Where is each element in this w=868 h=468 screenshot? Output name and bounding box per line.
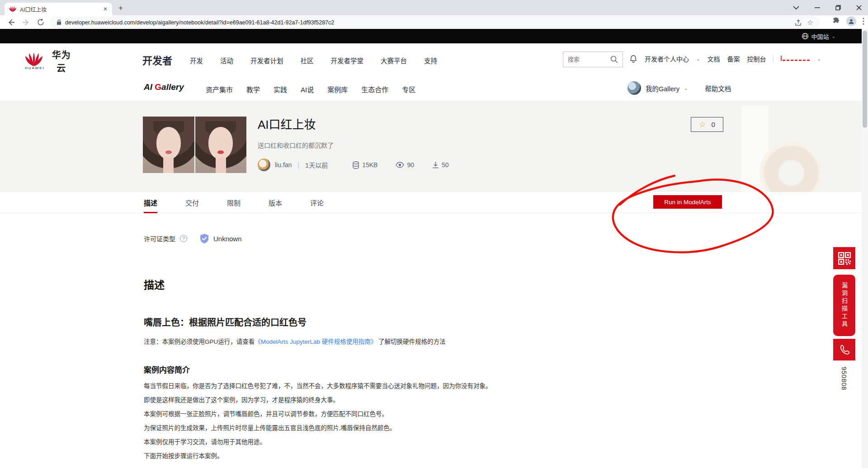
header-search[interactable] [563, 51, 623, 67]
hotline-phone-widget[interactable] [833, 339, 855, 360]
huawei-favicon [9, 6, 16, 12]
region-bar: 中国站 ⌄ [0, 29, 862, 43]
nav-item-program[interactable]: 开发者计划 [250, 56, 283, 65]
gallery-user-avatar[interactable] [627, 81, 641, 95]
back-icon[interactable] [7, 19, 15, 26]
url-field[interactable]: developer.huaweicloud.com/develop/aigall… [51, 17, 819, 28]
window-restore-icon[interactable] [835, 5, 841, 10]
views-eye-icon [396, 162, 404, 168]
window-close-icon[interactable] [856, 5, 862, 10]
gallery-nav-cases[interactable]: 案例库 [327, 84, 348, 94]
nav-item-support[interactable]: 支持 [424, 56, 437, 65]
account-chevron-icon[interactable]: ⌄ [817, 56, 821, 61]
tab-close-icon[interactable]: ✕ [103, 6, 108, 12]
scrollbar-thumb[interactable] [863, 31, 867, 128]
cover-image-before [143, 117, 194, 173]
nav-item-school[interactable]: 开发者学堂 [331, 56, 364, 65]
hero-decoration-ring [760, 141, 823, 192]
portal-title[interactable]: 开发者 [142, 52, 172, 67]
license-shield-icon [199, 233, 210, 244]
tab-restriction[interactable]: 限制 [227, 192, 241, 213]
ai-gallery-logo[interactable]: AI Gallery [144, 82, 184, 92]
help-docs-link[interactable]: 帮助文档 [705, 84, 731, 93]
asset-meta-row: liu.fan ｜ 1天以前 15KB 90 50 [258, 159, 449, 171]
hotline-number-widget: 950808 [833, 360, 855, 397]
window-minimize-icon[interactable] [815, 5, 820, 10]
gallery-nav: AI Gallery 资产集市 教学 实践 AI说 案例库 生态合作 专区 我的… [0, 76, 868, 101]
cover-image-after [195, 117, 247, 173]
asset-cover-images[interactable] [143, 117, 246, 173]
extensions-icon[interactable] [832, 17, 840, 25]
favorite-button[interactable]: ☆ 0 [691, 117, 723, 132]
console-link[interactable]: 控制台 [747, 54, 766, 63]
browser-tab[interactable]: AI口红上妆 ✕ [5, 3, 112, 15]
search-input[interactable] [568, 56, 604, 63]
window-menu-chevron-icon[interactable] [793, 6, 799, 9]
nav-item-community[interactable]: 社区 [301, 56, 314, 65]
gallery-nav-practice[interactable]: 实践 [274, 84, 287, 94]
asset-hero: AI口红上妆 送口红和收口红的都沉默了 liu.fan ｜ 1天以前 15KB … [0, 101, 868, 192]
bookmark-star-icon[interactable]: ☆ [807, 19, 813, 27]
publish-time: 1天以前 [305, 160, 328, 169]
gallery-nav-market[interactable]: 资产集市 [206, 84, 233, 94]
license-value: Unknown [213, 235, 242, 243]
vulnerability-scan-widget[interactable]: 漏洞扫描工具 [833, 275, 855, 336]
paragraph: 下面开始按步骤运行本案例。 [144, 453, 686, 459]
license-label: 许可证类型 [144, 234, 175, 243]
qr-code-widget[interactable] [833, 247, 855, 269]
lock-icon [57, 19, 61, 25]
phone-icon [839, 344, 850, 355]
tab-comments[interactable]: 评论 [310, 192, 324, 213]
intro-title: 案例内容简介 [144, 364, 686, 375]
forward-icon[interactable] [22, 19, 30, 26]
paragraph: 每当节假日来临，你是否为了选择口红色号犯了难，不，当然不会，大多数程序猿不需要当… [144, 383, 686, 389]
author-name[interactable]: liu.fan [275, 161, 292, 168]
asset-size: 15KB [362, 161, 377, 168]
new-tab-button[interactable]: + [118, 4, 123, 13]
paragraph: 为保证照片的生成效果，上传照片时尽量上传能露出五官且浅色底的照片,嘴唇保持自然颜… [144, 425, 686, 431]
share-icon[interactable] [795, 19, 802, 26]
user-center-chevron-icon: ⌄ [696, 56, 700, 61]
download-count: 50 [442, 161, 449, 168]
favorite-star-icon: ☆ [699, 120, 706, 129]
region-label[interactable]: 中国站 [811, 32, 829, 41]
region-chevron-icon: ⌄ [832, 34, 835, 39]
author-avatar[interactable] [258, 159, 270, 171]
huawei-wordmark: HUAWEI [25, 66, 45, 70]
user-center-link[interactable]: 开发者个人中心 [645, 54, 689, 63]
license-help-icon[interactable]: ? [180, 235, 187, 242]
detail-tabs-row: 描述 交付 限制 版本 评论 Run in ModelArts [0, 192, 868, 213]
nav-item-activity[interactable]: 活动 [220, 56, 233, 65]
my-gallery-link[interactable]: 我的Gallery [646, 84, 679, 93]
page-scrollbar[interactable] [862, 29, 868, 468]
view-count: 90 [407, 161, 414, 168]
nav-item-develop[interactable]: 开发 [190, 56, 203, 65]
gallery-nav-eco[interactable]: 生态合作 [361, 84, 388, 94]
paragraph: 本案例仅用于学习交流，请勿用于其他用途。 [144, 439, 686, 445]
browser-menu-icon[interactable] [863, 18, 864, 25]
license-row: 许可证类型 ? Unknown [144, 233, 242, 244]
search-icon[interactable] [610, 56, 618, 63]
run-in-modelarts-button[interactable]: Run in ModelArts [653, 195, 722, 209]
docs-link[interactable]: 文档 [707, 54, 720, 63]
huawei-flower-icon [25, 52, 43, 67]
notification-bell-icon[interactable] [629, 55, 637, 63]
beian-link[interactable]: 备案 [727, 54, 740, 63]
hardware-guide-link[interactable]: 《ModelArts JupyterLab 硬件规格使用指南》 [255, 338, 377, 345]
redacted-username[interactable] [781, 55, 810, 62]
gallery-nav-zone[interactable]: 专区 [402, 84, 415, 94]
reload-icon[interactable] [37, 19, 44, 26]
gallery-nav-aitalk[interactable]: AI说 [301, 84, 314, 94]
browser-profile-avatar[interactable] [846, 16, 856, 26]
tab-description[interactable]: 描述 [144, 192, 157, 213]
asset-subtitle: 送口红和收口红的都沉默了 [258, 140, 334, 150]
main-header: HUAWEI 华为云 开发者 开发 活动 开发者计划 社区 开发者学堂 大赛平台… [0, 43, 868, 76]
tab-delivery[interactable]: 交付 [185, 192, 199, 213]
browser-tabstrip: AI口红上妆 ✕ + [0, 0, 868, 15]
huawei-cloud-logo[interactable]: HUAWEI 华为云 [25, 48, 75, 74]
storage-size-icon [352, 161, 359, 169]
tab-version[interactable]: 版本 [269, 192, 282, 213]
meta-separator: ｜ [295, 160, 302, 169]
nav-item-competition[interactable]: 大赛平台 [381, 56, 407, 65]
gallery-nav-teaching[interactable]: 教学 [246, 84, 260, 94]
